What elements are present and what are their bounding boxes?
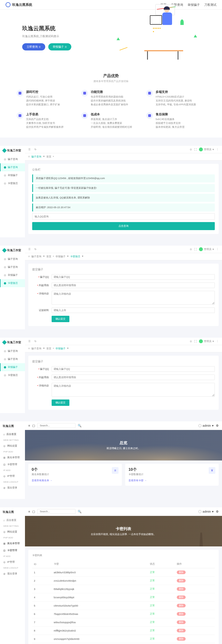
delete-button[interactable]: 删除: [177, 595, 186, 599]
tab-home[interactable]: 首页: [46, 155, 51, 159]
brand: 玖逸云黑系统: [12, 2, 32, 7]
table-row: 1a63k8uAS38bjr5rv3正常删除: [32, 568, 215, 577]
search-input[interactable]: [37, 423, 75, 428]
kami-table: ID卡密状态操作 1a63k8uAS38bjr5rv3正常删除2zzs1u9n6…: [32, 560, 215, 644]
refresh-icon[interactable]: [34, 148, 37, 151]
advantage-icon: [81, 112, 88, 119]
kami-table-card: 卡密列表 ID卡密状态操作 1a63k8uAS38bjr5rv3正常删除2zzs…: [28, 550, 219, 644]
sidebar-item[interactable]: 骗子查询: [0, 263, 25, 271]
menu-icon[interactable]: ≡: [28, 424, 30, 427]
stat-link[interactable]: 查看所有卡密 →: [128, 479, 147, 482]
admin-nav-item[interactable]: ⊙IP管理: [0, 473, 25, 480]
table-row: 8mlflkjjm362zylusk42正常删除: [32, 627, 215, 635]
gear-icon[interactable]: ⚙: [216, 424, 219, 427]
admin-nav-item[interactable]: ⌂后台首页: [0, 517, 25, 524]
file-input[interactable]: [52, 307, 215, 313]
fullscreen-icon[interactable]: ⛶: [194, 148, 197, 151]
nav-icon: ⊙: [3, 475, 6, 478]
reason-input[interactable]: [52, 375, 215, 380]
search-icon[interactable]: 🔍: [78, 424, 82, 427]
sidebar-item-query[interactable]: 骗子查询: [0, 155, 25, 163]
notification-icon[interactable]: ⊙: [190, 148, 192, 151]
stat-link[interactable]: 查看所有黑名单 →: [32, 479, 52, 482]
menu-icon[interactable]: [28, 248, 32, 251]
label-detail: 详细内容: [32, 291, 52, 296]
qq-input[interactable]: [32, 213, 215, 220]
hero-report-button[interactable]: 举报骗子 ⊙: [48, 43, 71, 50]
advantage-icon: [146, 112, 153, 119]
sidebar-item-report[interactable]: 举报骗子: [0, 171, 25, 179]
admin-nav-item[interactable]: ⊙IP管理: [0, 559, 25, 566]
admin-toolbar: ≡ ▢ 🔍 admin ▾ ⚙: [25, 421, 222, 430]
table-row: 4bzoevy65tcp26kpii正常删除: [32, 593, 215, 602]
overview-sub: 斯須増瞒之日, 猱士归来之时。: [107, 447, 140, 450]
admin-nav-item[interactable]: ⊞黑名单管理: [0, 454, 25, 461]
table-row: 3t58afxj6k129yyvqk正常删除: [32, 585, 215, 593]
breadcrumb: 骗子查询 × 首页 ›: [25, 153, 222, 161]
table-row: 7wi9uc5utopypxj5foa正常删除: [32, 618, 215, 627]
card-title: 提交骗子: [32, 268, 215, 271]
query-button[interactable]: 点击查询: [32, 222, 215, 230]
sidebar-item[interactable]: 骗子查询: [0, 255, 25, 263]
admin-nav-item[interactable]: ⊡卡密管理: [0, 547, 25, 554]
delete-button[interactable]: 删除: [177, 612, 186, 616]
tab-query[interactable]: 骗子查询: [31, 155, 41, 159]
submit-button[interactable]: 确认提交: [52, 316, 69, 322]
sidebar-item[interactable]: 举报骗子: [0, 271, 25, 279]
sidebar-item-report[interactable]: 举报骗子: [0, 363, 25, 371]
user-menu[interactable]: 管理员 ▾: [199, 147, 214, 151]
user-menu[interactable]: admin ▾: [198, 424, 214, 427]
delete-button[interactable]: 删除: [177, 604, 186, 607]
admin-nav-item[interactable]: ⊙网站设置: [0, 442, 25, 449]
delete-button[interactable]: 删除: [177, 571, 186, 574]
user-menu[interactable]: admin ▾: [198, 510, 214, 513]
settings-icon[interactable]: ⋮: [216, 148, 219, 151]
admin-nav-item[interactable]: ⌂后台首页: [0, 431, 25, 438]
status-badge: 正常: [148, 568, 175, 577]
sidebar-item[interactable]: 骗子查询: [0, 347, 25, 355]
delete-button[interactable]: 删除: [177, 620, 186, 624]
admin-nav-item[interactable]: ⊙网站设置: [0, 528, 25, 535]
qq-input[interactable]: [52, 366, 215, 372]
detail-textarea[interactable]: [52, 383, 215, 397]
qq-input[interactable]: [52, 274, 215, 280]
table-row: 5c8mvtuz02is4w7yp0i0正常删除: [32, 602, 215, 610]
nav-icon: ⊡: [3, 463, 6, 466]
admin-nav-item[interactable]: ⊘退出登录: [0, 570, 25, 577]
nav-icon: ⊙: [3, 531, 6, 533]
card-title: 公告栏: [32, 168, 215, 172]
sidebar-brand: 玖逸工作室: [0, 146, 25, 155]
admin-nav-item[interactable]: ⊡卡密管理: [0, 461, 25, 468]
nav-report[interactable]: 举报骗子: [188, 3, 200, 7]
nav-icon: ⌂: [3, 519, 5, 522]
notice-card: 公告栏 系统骗子请联系QQ:123456 , 邮箱发我邮件至123456@qq.…: [28, 164, 219, 234]
table-row: 102jr4wmsuh07v9e3wn5p正常删除: [32, 643, 215, 644]
delete-button[interactable]: 删除: [177, 637, 186, 641]
sidebar-item-activate[interactable]: 卡密激活: [0, 179, 25, 187]
delete-button[interactable]: 删除: [177, 587, 186, 591]
admin-nav-item[interactable]: ⊞黑名单管理: [0, 540, 25, 547]
sidebar-item-query2[interactable]: 骗子查询: [0, 163, 25, 171]
user-menu[interactable]: 管理员 ▾: [199, 339, 214, 343]
sidebar-item[interactable]: 骗子查询: [0, 355, 25, 363]
hero-query-button[interactable]: 立即查询 ⊙: [22, 43, 45, 50]
refresh-icon[interactable]: [34, 248, 37, 251]
sidebar-item-activate[interactable]: 卡密激活: [0, 279, 25, 287]
home-icon[interactable]: [28, 155, 30, 159]
user-menu[interactable]: 管理员 ▾: [199, 247, 214, 251]
status-badge: 正常: [148, 618, 175, 627]
home-icon[interactable]: [28, 255, 30, 258]
reason-input[interactable]: [52, 282, 215, 288]
table-row: 9onzvusppm7q3dw4mt9正常删除: [32, 635, 215, 643]
sidebar: 玖逸工作室 骗子查询 骗子查询 举报骗子 卡密激活: [0, 246, 25, 329]
submit-button[interactable]: 确认提交: [52, 399, 69, 406]
delete-button[interactable]: 删除: [177, 579, 186, 582]
nav-test[interactable]: 刀客测试: [204, 3, 216, 7]
menu-icon[interactable]: [28, 148, 32, 151]
nav-icon: ⊙: [3, 561, 6, 564]
detail-textarea[interactable]: [52, 291, 215, 305]
delete-button[interactable]: 删除: [177, 629, 186, 632]
admin-nav-item[interactable]: ⊘退出登录: [0, 484, 25, 491]
search-input[interactable]: [37, 509, 75, 514]
sidebar-item[interactable]: 卡密激活: [0, 371, 25, 379]
